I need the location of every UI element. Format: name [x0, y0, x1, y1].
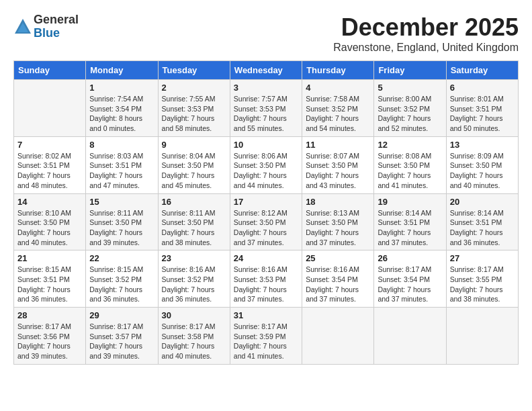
day-info: Sunrise: 8:17 AM Sunset: 3:56 PM Dayligh… — [17, 322, 82, 361]
calendar-week-row: 1Sunrise: 7:54 AM Sunset: 3:54 PM Daylig… — [14, 80, 519, 137]
calendar-cell: 17Sunrise: 8:12 AM Sunset: 3:50 PM Dayli… — [230, 193, 302, 250]
calendar-cell: 2Sunrise: 7:55 AM Sunset: 3:53 PM Daylig… — [158, 80, 230, 137]
day-info: Sunrise: 7:58 AM Sunset: 3:52 PM Dayligh… — [306, 94, 370, 134]
calendar-cell: 28Sunrise: 8:17 AM Sunset: 3:56 PM Dayli… — [14, 308, 86, 365]
day-info: Sunrise: 8:17 AM Sunset: 3:58 PM Dayligh… — [162, 322, 226, 361]
calendar-cell: 25Sunrise: 8:16 AM Sunset: 3:54 PM Dayli… — [302, 250, 374, 308]
calendar-header-monday: Monday — [86, 61, 158, 80]
calendar-cell: 15Sunrise: 8:11 AM Sunset: 3:50 PM Dayli… — [86, 193, 158, 250]
calendar-table: SundayMondayTuesdayWednesdayThursdayFrid… — [13, 60, 519, 365]
calendar-week-row: 28Sunrise: 8:17 AM Sunset: 3:56 PM Dayli… — [14, 308, 519, 365]
day-number: 1 — [89, 83, 154, 93]
day-info: Sunrise: 8:04 AM Sunset: 3:50 PM Dayligh… — [162, 151, 226, 191]
day-number: 20 — [450, 197, 515, 207]
calendar-cell: 16Sunrise: 8:11 AM Sunset: 3:50 PM Dayli… — [158, 193, 230, 250]
day-number: 10 — [234, 140, 298, 150]
day-info: Sunrise: 8:12 AM Sunset: 3:50 PM Dayligh… — [234, 208, 298, 248]
calendar-cell: 3Sunrise: 7:57 AM Sunset: 3:53 PM Daylig… — [230, 80, 302, 137]
day-info: Sunrise: 8:03 AM Sunset: 3:51 PM Dayligh… — [89, 151, 154, 191]
calendar-cell: 13Sunrise: 8:09 AM Sunset: 3:50 PM Dayli… — [446, 136, 518, 193]
calendar-header-wednesday: Wednesday — [230, 61, 302, 80]
day-number: 21 — [17, 253, 82, 263]
day-info: Sunrise: 8:06 AM Sunset: 3:50 PM Dayligh… — [234, 151, 298, 191]
calendar-cell: 7Sunrise: 8:02 AM Sunset: 3:51 PM Daylig… — [14, 136, 86, 193]
day-info: Sunrise: 8:00 AM Sunset: 3:52 PM Dayligh… — [378, 94, 442, 134]
day-number: 17 — [234, 197, 298, 207]
logo-blue-text: Blue — [34, 27, 79, 40]
calendar-cell: 24Sunrise: 8:16 AM Sunset: 3:53 PM Dayli… — [230, 250, 302, 308]
day-number: 12 — [378, 140, 442, 150]
calendar-cell: 29Sunrise: 8:17 AM Sunset: 3:57 PM Dayli… — [86, 308, 158, 365]
day-info: Sunrise: 7:57 AM Sunset: 3:53 PM Dayligh… — [234, 94, 298, 134]
day-info: Sunrise: 8:17 AM Sunset: 3:59 PM Dayligh… — [234, 322, 298, 361]
day-number: 11 — [306, 140, 370, 150]
day-info: Sunrise: 8:16 AM Sunset: 3:53 PM Dayligh… — [234, 265, 298, 304]
day-info: Sunrise: 8:08 AM Sunset: 3:50 PM Dayligh… — [378, 151, 442, 191]
day-number: 3 — [234, 83, 298, 93]
month-title: December 2025 — [333, 13, 519, 42]
day-info: Sunrise: 8:10 AM Sunset: 3:50 PM Dayligh… — [17, 208, 82, 248]
day-number: 15 — [89, 197, 154, 207]
day-number: 25 — [306, 253, 370, 263]
day-info: Sunrise: 8:13 AM Sunset: 3:50 PM Dayligh… — [306, 208, 370, 248]
day-number: 29 — [89, 310, 154, 320]
calendar-header-thursday: Thursday — [302, 61, 374, 80]
day-info: Sunrise: 8:16 AM Sunset: 3:54 PM Dayligh… — [306, 265, 370, 304]
day-number: 8 — [89, 140, 154, 150]
day-number: 18 — [306, 197, 370, 207]
day-info: Sunrise: 7:55 AM Sunset: 3:53 PM Dayligh… — [162, 94, 226, 134]
calendar-header-friday: Friday — [374, 61, 446, 80]
calendar-cell: 30Sunrise: 8:17 AM Sunset: 3:58 PM Dayli… — [158, 308, 230, 365]
page-header: General Blue December 2025 Ravenstone, E… — [13, 13, 519, 54]
day-info: Sunrise: 7:54 AM Sunset: 3:54 PM Dayligh… — [89, 94, 154, 134]
calendar-cell: 21Sunrise: 8:15 AM Sunset: 3:51 PM Dayli… — [14, 250, 86, 308]
day-info: Sunrise: 8:16 AM Sunset: 3:52 PM Dayligh… — [162, 265, 226, 304]
calendar-cell: 18Sunrise: 8:13 AM Sunset: 3:50 PM Dayli… — [302, 193, 374, 250]
day-info: Sunrise: 8:09 AM Sunset: 3:50 PM Dayligh… — [450, 151, 515, 191]
day-number: 26 — [378, 253, 442, 263]
day-info: Sunrise: 8:11 AM Sunset: 3:50 PM Dayligh… — [162, 208, 226, 248]
day-info: Sunrise: 8:15 AM Sunset: 3:51 PM Dayligh… — [17, 265, 82, 304]
day-info: Sunrise: 8:17 AM Sunset: 3:55 PM Dayligh… — [450, 265, 515, 304]
calendar-cell: 26Sunrise: 8:17 AM Sunset: 3:54 PM Dayli… — [374, 250, 446, 308]
logo: General Blue — [13, 13, 79, 40]
day-info: Sunrise: 8:01 AM Sunset: 3:51 PM Dayligh… — [450, 94, 515, 134]
day-number: 7 — [17, 140, 82, 150]
day-number: 30 — [162, 310, 226, 320]
day-info: Sunrise: 8:07 AM Sunset: 3:50 PM Dayligh… — [306, 151, 370, 191]
calendar-cell: 23Sunrise: 8:16 AM Sunset: 3:52 PM Dayli… — [158, 250, 230, 308]
day-info: Sunrise: 8:14 AM Sunset: 3:51 PM Dayligh… — [450, 208, 515, 248]
calendar-cell: 27Sunrise: 8:17 AM Sunset: 3:55 PM Dayli… — [446, 250, 518, 308]
calendar-cell: 12Sunrise: 8:08 AM Sunset: 3:50 PM Dayli… — [374, 136, 446, 193]
calendar-week-row: 7Sunrise: 8:02 AM Sunset: 3:51 PM Daylig… — [14, 136, 519, 193]
day-number: 2 — [162, 83, 226, 93]
day-info: Sunrise: 8:17 AM Sunset: 3:57 PM Dayligh… — [89, 322, 154, 361]
calendar-cell: 4Sunrise: 7:58 AM Sunset: 3:52 PM Daylig… — [302, 80, 374, 137]
calendar-header-saturday: Saturday — [446, 61, 518, 80]
day-number: 23 — [162, 253, 226, 263]
day-info: Sunrise: 8:02 AM Sunset: 3:51 PM Dayligh… — [17, 151, 82, 191]
calendar-cell: 19Sunrise: 8:14 AM Sunset: 3:51 PM Dayli… — [374, 193, 446, 250]
day-number: 31 — [234, 310, 298, 320]
day-number: 24 — [234, 253, 298, 263]
calendar-cell: 22Sunrise: 8:15 AM Sunset: 3:52 PM Dayli… — [86, 250, 158, 308]
calendar-cell: 20Sunrise: 8:14 AM Sunset: 3:51 PM Dayli… — [446, 193, 518, 250]
day-number: 19 — [378, 197, 442, 207]
calendar-week-row: 14Sunrise: 8:10 AM Sunset: 3:50 PM Dayli… — [14, 193, 519, 250]
calendar-cell: 9Sunrise: 8:04 AM Sunset: 3:50 PM Daylig… — [158, 136, 230, 193]
day-number: 4 — [306, 83, 370, 93]
day-info: Sunrise: 8:14 AM Sunset: 3:51 PM Dayligh… — [378, 208, 442, 248]
calendar-week-row: 21Sunrise: 8:15 AM Sunset: 3:51 PM Dayli… — [14, 250, 519, 308]
logo-text: General Blue — [34, 13, 79, 40]
calendar-cell: 10Sunrise: 8:06 AM Sunset: 3:50 PM Dayli… — [230, 136, 302, 193]
day-number: 9 — [162, 140, 226, 150]
day-number: 27 — [450, 253, 515, 263]
calendar-header-row: SundayMondayTuesdayWednesdayThursdayFrid… — [14, 61, 519, 80]
day-info: Sunrise: 8:11 AM Sunset: 3:50 PM Dayligh… — [89, 208, 154, 248]
title-block: December 2025 Ravenstone, England, Unite… — [333, 13, 519, 54]
location: Ravenstone, England, United Kingdom — [333, 42, 519, 54]
day-number: 16 — [162, 197, 226, 207]
calendar-cell — [374, 308, 446, 365]
calendar-cell: 31Sunrise: 8:17 AM Sunset: 3:59 PM Dayli… — [230, 308, 302, 365]
day-number: 22 — [89, 253, 154, 263]
